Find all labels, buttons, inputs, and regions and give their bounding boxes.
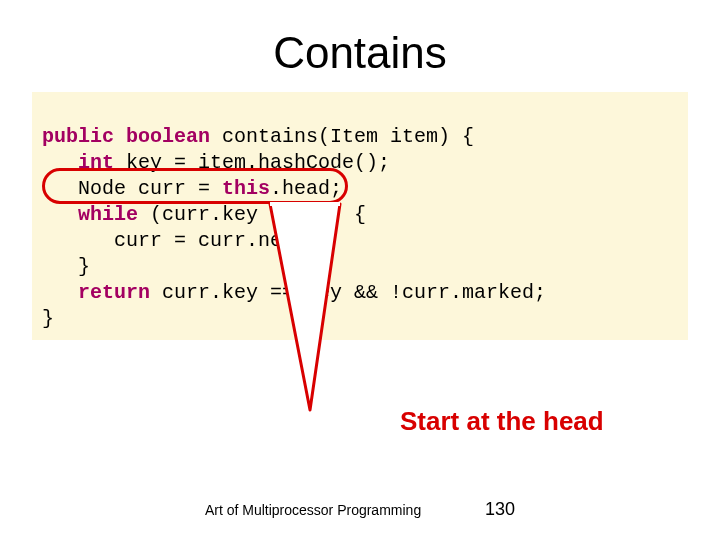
code-line6: } (78, 255, 90, 278)
code-line8: } (42, 307, 54, 330)
page-number: 130 (485, 499, 515, 520)
slide-footer: Art of Multiprocessor Programming 130 (0, 499, 720, 520)
keyword-boolean: boolean (126, 125, 210, 148)
highlight-oval (42, 168, 348, 204)
code-block: public boolean contains(Item item) { int… (32, 92, 688, 340)
footer-text: Art of Multiprocessor Programming (205, 502, 421, 518)
annotation-text: Start at the head (400, 406, 604, 437)
keyword-while: while (78, 203, 138, 226)
code-sig-rest: contains(Item item) { (210, 125, 474, 148)
code-line4-rest: (curr.key < key) { (138, 203, 366, 226)
slide-title: Contains (0, 28, 720, 78)
keyword-return: return (78, 281, 150, 304)
code-line7-rest: curr.key == key && !curr.marked; (150, 281, 546, 304)
code-line5: curr = curr.next; (114, 229, 318, 252)
keyword-public: public (42, 125, 114, 148)
